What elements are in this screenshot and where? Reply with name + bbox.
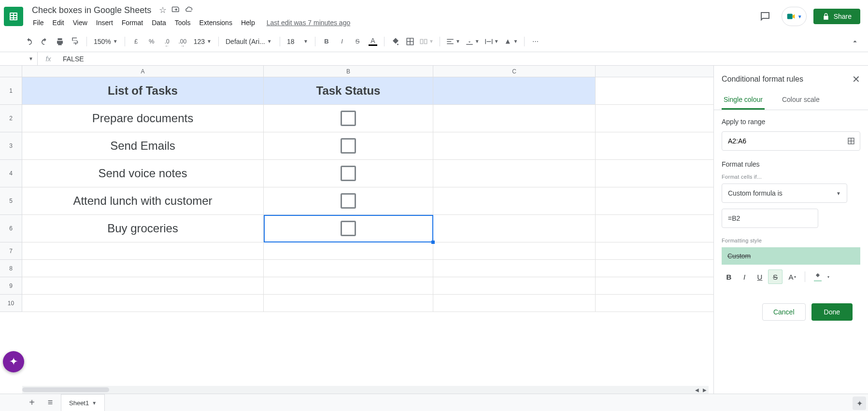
row-header[interactable]: 5	[0, 187, 22, 215]
scroll-right-icon[interactable]: ▶	[701, 386, 709, 394]
italic-style-icon[interactable]: I	[737, 269, 752, 284]
strikethrough-icon[interactable]: S	[350, 34, 365, 49]
undo-icon[interactable]	[22, 34, 36, 49]
row-header[interactable]: 9	[0, 277, 22, 295]
explore-icon[interactable]: ✦	[853, 397, 866, 410]
cell[interactable]	[433, 105, 596, 132]
merge-cells-icon[interactable]: ▼	[417, 34, 436, 49]
cell-checkbox[interactable]	[264, 132, 433, 159]
add-sheet-icon[interactable]: +	[24, 395, 40, 411]
row-header[interactable]: 2	[0, 105, 22, 132]
font-size-select[interactable]: 18▼	[284, 35, 311, 48]
borders-icon[interactable]	[404, 34, 416, 49]
formula-input[interactable]: FALSE	[59, 55, 868, 63]
strikethrough-style-icon[interactable]: S	[768, 269, 783, 284]
column-header-C[interactable]: C	[433, 66, 596, 77]
cell-task[interactable]: Send voice notes	[22, 160, 264, 187]
checkbox-icon[interactable]	[341, 111, 356, 126]
cell[interactable]	[264, 260, 433, 277]
menu-extensions[interactable]: Extensions	[195, 17, 236, 28]
cloud-status-icon[interactable]	[185, 5, 194, 16]
checkbox-icon[interactable]	[341, 166, 356, 181]
cell-task[interactable]: Prepare documents	[22, 105, 264, 132]
font-select[interactable]: Default (Ari...▼	[223, 35, 276, 48]
cell[interactable]	[264, 242, 433, 259]
cell-header-A[interactable]: List of Tasks	[22, 77, 264, 104]
menu-help[interactable]: Help	[237, 17, 259, 28]
bold-style-icon[interactable]: B	[722, 269, 736, 284]
column-header-A[interactable]: A	[22, 66, 264, 77]
text-color-icon[interactable]: A	[366, 34, 380, 49]
underline-style-icon[interactable]: U	[753, 269, 767, 284]
fill-color-icon[interactable]	[388, 34, 403, 49]
row-header[interactable]: 8	[0, 260, 22, 277]
comments-icon[interactable]	[755, 7, 775, 26]
cell[interactable]	[433, 132, 596, 159]
cell[interactable]	[433, 295, 596, 312]
checkbox-icon[interactable]	[341, 138, 356, 154]
menu-data[interactable]: Data	[148, 17, 170, 28]
row-header[interactable]: 3	[0, 132, 22, 160]
share-button[interactable]: Share	[813, 9, 860, 24]
cell-task[interactable]: Send Emails	[22, 132, 264, 159]
column-header-B[interactable]: B	[264, 66, 433, 77]
text-wrap-icon[interactable]: ▼	[483, 34, 501, 49]
scroll-thumb[interactable]	[22, 387, 109, 392]
document-title[interactable]: Check boxes in Google Sheets	[29, 5, 154, 16]
cell-checkbox[interactable]	[264, 105, 433, 132]
cell-task[interactable]: Buy groceries	[22, 215, 264, 242]
percent-icon[interactable]: %	[144, 34, 159, 49]
italic-icon[interactable]: I	[335, 34, 349, 49]
formula-value-input[interactable]: =B2	[722, 209, 818, 228]
tab-colour-scale[interactable]: Colour scale	[780, 91, 822, 110]
horizontal-align-icon[interactable]: ▼	[444, 34, 462, 49]
row-header[interactable]: 4	[0, 160, 22, 187]
more-icon[interactable]: ⋯	[528, 34, 543, 49]
floating-action-icon[interactable]: ✦	[3, 351, 24, 372]
cell[interactable]	[22, 295, 264, 312]
vertical-align-icon[interactable]: ▼	[463, 34, 482, 49]
cell[interactable]	[264, 295, 433, 312]
currency-icon[interactable]: £	[129, 34, 143, 49]
close-icon[interactable]: ✕	[852, 73, 860, 85]
scroll-left-icon[interactable]: ◀	[693, 386, 701, 394]
row-header[interactable]: 6	[0, 215, 22, 242]
row-header[interactable]: 1	[0, 77, 22, 105]
menu-format[interactable]: Format	[118, 17, 147, 28]
cell-checkbox[interactable]	[264, 187, 433, 214]
condition-select[interactable]: Custom formula is ▼	[722, 184, 847, 203]
fill-color-style-icon[interactable]	[809, 269, 826, 284]
sheet-tab[interactable]: Sheet1 ▼	[61, 394, 105, 411]
done-button[interactable]: Done	[811, 303, 853, 321]
print-icon[interactable]	[53, 34, 67, 49]
redo-icon[interactable]	[37, 34, 52, 49]
number-format-select[interactable]: 123▼	[191, 35, 214, 48]
menu-edit[interactable]: Edit	[49, 17, 68, 28]
cell-header-B[interactable]: Task Status	[264, 77, 433, 104]
zoom-select[interactable]: 150%▼	[91, 35, 121, 48]
style-preview[interactable]: Custom	[722, 247, 860, 265]
move-icon[interactable]	[171, 5, 180, 16]
collapse-toolbar-icon[interactable]	[850, 34, 864, 49]
menu-file[interactable]: File	[29, 17, 48, 28]
text-rotation-icon[interactable]: ▼	[502, 34, 520, 49]
cell[interactable]	[433, 277, 596, 294]
meet-button[interactable]: ▼	[782, 7, 807, 26]
increase-decimal-icon[interactable]: .00→	[175, 34, 190, 49]
cell-checkbox[interactable]	[264, 215, 433, 242]
cell[interactable]	[22, 260, 264, 277]
text-color-style-icon[interactable]: A▾	[783, 269, 801, 284]
sheets-logo[interactable]	[4, 7, 23, 26]
cancel-button[interactable]: Cancel	[762, 303, 806, 321]
cell[interactable]	[22, 242, 264, 259]
decrease-decimal-icon[interactable]: .0←	[160, 34, 174, 49]
cell-task[interactable]: Attend lunch with customer	[22, 187, 264, 214]
tab-single-colour[interactable]: Single colour	[722, 91, 765, 110]
cell[interactable]	[433, 260, 596, 277]
menu-insert[interactable]: Insert	[92, 17, 117, 28]
cell[interactable]	[433, 215, 596, 242]
checkbox-icon[interactable]	[341, 221, 356, 236]
spreadsheet-grid[interactable]: A B C 1 2 3 4 5 6 7 8 9 10 List of Tasks…	[0, 66, 713, 394]
menu-view[interactable]: View	[69, 17, 91, 28]
star-icon[interactable]: ☆	[159, 5, 167, 15]
